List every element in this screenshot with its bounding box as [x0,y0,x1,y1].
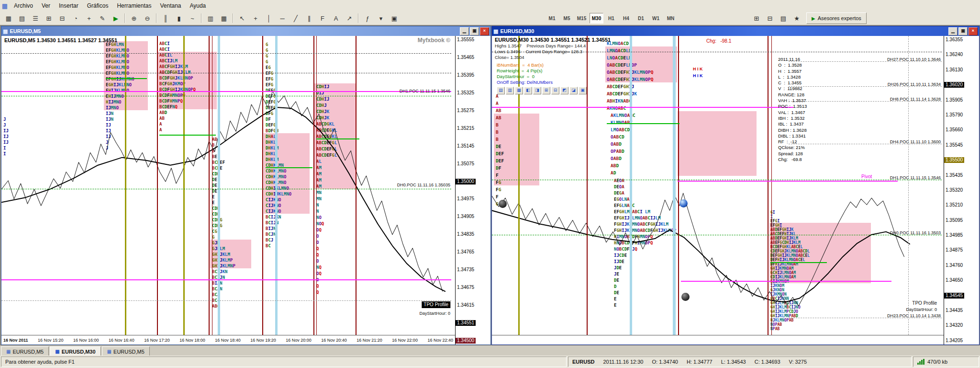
indicator-button[interactable]: ⊟ [551,87,559,94]
minimize-button[interactable]: ▁ [460,27,469,35]
price-label: 1.34985 [944,232,964,238]
time-axis-m30[interactable] [492,335,944,345]
text-tool-icon[interactable]: A [330,12,342,24]
window-controls: ▁ ▣ × [948,27,978,35]
cursor-icon[interactable]: ↖ [236,12,248,24]
restore-button[interactable]: ▣ [958,27,968,35]
status-low: L: 1.34543 [721,359,746,365]
expert-favorites-icon[interactable]: ★ [791,12,803,24]
chart-plot-m30[interactable]: AAABABBBBDEDEFDEFDFFFGFGFGKLMNOACDLMNOAC… [492,36,944,335]
indicator-button[interactable]: ▣ [579,87,587,94]
indicator-button[interactable]: ◧ [524,87,532,94]
timeframe-w1[interactable]: W1 [649,13,663,23]
status-volume: V: 3275 [789,359,807,365]
zoom-out-icon[interactable]: ⊖ [141,12,154,24]
indicator-button[interactable]: ▦ [515,87,523,94]
timeframe-mn[interactable]: MN [664,13,678,23]
crosshair-icon[interactable]: + [249,12,262,24]
fibonacci-icon[interactable]: F [316,12,329,24]
price-label: 1.34500 [456,338,476,344]
timeframe-h4[interactable]: H4 [619,13,633,23]
line-chart-icon[interactable]: ~ [186,12,199,24]
channel-icon[interactable]: ∥ [303,12,315,24]
price-label: 1.35000 [456,179,476,184]
chart-plot-m5[interactable]: JJIJIJIJIIEFGHLMNEFGHKLMNOEFGHKLMNOEFGHK… [1,36,455,335]
menu-item-insertar[interactable]: Insertar [55,0,83,12]
new-chart-icon[interactable]: ▦ [2,12,15,24]
arrow-tool-icon[interactable]: ↗ [343,12,356,24]
close-button[interactable]: × [480,27,489,35]
setting-onoff: OnOff Setting: DelNUMbers [497,80,553,85]
strategy-tester-icon[interactable]: ◔ [69,12,82,24]
price-label: 1.34765 [456,249,476,255]
candlestick-chart-icon[interactable]: ▮ [173,12,185,24]
restore-button[interactable]: ▣ [470,27,479,35]
horizontal-line-icon[interactable]: ─ [276,12,289,24]
grid-icon[interactable]: ▦ [218,12,230,24]
tile-windows-icon[interactable]: ▥ [204,12,217,24]
price-label: 1.35325 [456,90,476,96]
metaeditor-icon[interactable]: ✎ [96,12,109,24]
menu-item-gráficos[interactable]: Gráficos [83,0,113,12]
price-label: 1.35095 [944,218,964,223]
timeframe-m1[interactable]: M1 [545,13,559,23]
experts-button[interactable]: ▶Asesores expertos [806,12,867,24]
menu-item-ayuda[interactable]: Ayuda [185,0,210,12]
navigator-icon[interactable]: ⊞ [43,12,55,24]
price-label: 1.35790 [944,112,964,118]
zoom-in-icon[interactable]: ⊕ [128,12,140,24]
minimize-button[interactable]: ▁ [948,27,958,35]
chart-tab-2[interactable]: ▦EURUSD,M5 [102,346,150,356]
window-title: EURUSD,M5 [10,28,41,34]
indicator-button[interactable]: ◩ [560,87,568,94]
status-bar: Para obtener ayuda, pulse F1 EURUSD 2011… [0,356,980,368]
dh1-label: DH1.POC 11.11.15 1.3546 [890,175,941,180]
time-axis-m5[interactable]: 16 Nov 201116 Nov 15:2016 Nov 16:0016 No… [1,335,455,345]
indicator-button[interactable]: ◨ [533,87,541,94]
menu-item-ventana[interactable]: Ventana [156,0,185,12]
terminal-icon[interactable]: ⊟ [56,12,68,24]
timeframe-m5[interactable]: M5 [560,13,574,23]
indicator-button[interactable]: ▥ [506,87,514,94]
timeframe-m30[interactable]: M30 [590,13,603,23]
indicators-icon[interactable]: ƒ [361,12,374,24]
autotrading-icon[interactable]: ▶ [110,12,122,24]
menu-item-herramientas[interactable]: Herramientas [112,0,156,12]
timeframe-h1[interactable]: H1 [604,13,618,23]
templates-icon[interactable]: ▣ [388,12,401,24]
chg-label: Chg: -98.1 [706,38,731,44]
chart-tab-1[interactable]: ▦EURUSD,M30 [50,346,100,356]
menu-item-archivo[interactable]: Archivo [10,0,37,12]
trendline-icon[interactable]: ╱ [290,12,302,24]
price-label: 1.35210 [944,202,964,208]
chart-profiles-icon[interactable]: ▤ [16,12,28,24]
poc-label-dh0: DH0.POC 11.11.16 1.35035 [397,183,450,187]
new-order-icon[interactable]: + [83,12,95,24]
tpo-profile-label: TPO Profile [912,300,937,306]
toolbar: ▦▤☰⊞⊟◔+✎▶⊕⊖║▮~▥▦↖+│─╱∥FA↗ƒ▾▣ M1M5M15M30H… [0,12,980,25]
expert-properties-icon[interactable]: ▤ [777,12,790,24]
marker-orb [679,199,688,207]
timeframe-m15[interactable]: M15 [575,13,589,23]
vertical-line-icon[interactable]: │ [263,12,275,24]
chart-body-m5: JJIJIJIJIIEFGHLMNEFGHKLMNOEFGHKLMNOEFGHK… [1,36,490,345]
close-button[interactable]: × [969,27,978,35]
chart-tab-label: EURUSD,M30 [62,349,96,355]
indicator-button[interactable]: ◪ [569,87,578,94]
market-watch-icon[interactable]: ☰ [29,12,42,24]
expert-add-icon[interactable]: ⊞ [750,12,763,24]
window-titlebar-m30[interactable]: ▦ EURUSD,M30 ▁ ▣ × [492,26,979,36]
timeframe-d1[interactable]: D1 [634,13,648,23]
periods-menu-icon[interactable]: ▾ [375,12,387,24]
indicator-button[interactable]: ▤ [497,87,505,94]
indicator-button[interactable]: ⊞ [542,87,550,94]
bar-chart-icon[interactable]: ║ [159,12,172,24]
window-titlebar-m5[interactable]: ▦ EURUSD,M5 ▁ ▣ × [1,26,490,36]
price-label: 1.35545 [944,142,964,148]
price-axis-m5[interactable]: 1.355551.354651.353951.353251.352751.352… [455,36,490,345]
expert-remove-icon[interactable]: ⊟ [764,12,776,24]
price-axis-m30[interactable]: 1.363551.362401.361301.360201.359051.357… [944,36,979,345]
price-label: 1.35465 [456,55,476,60]
menu-item-ver[interactable]: Ver [37,0,55,12]
chart-tab-0[interactable]: ▦EURUSD,M5 [1,346,49,356]
